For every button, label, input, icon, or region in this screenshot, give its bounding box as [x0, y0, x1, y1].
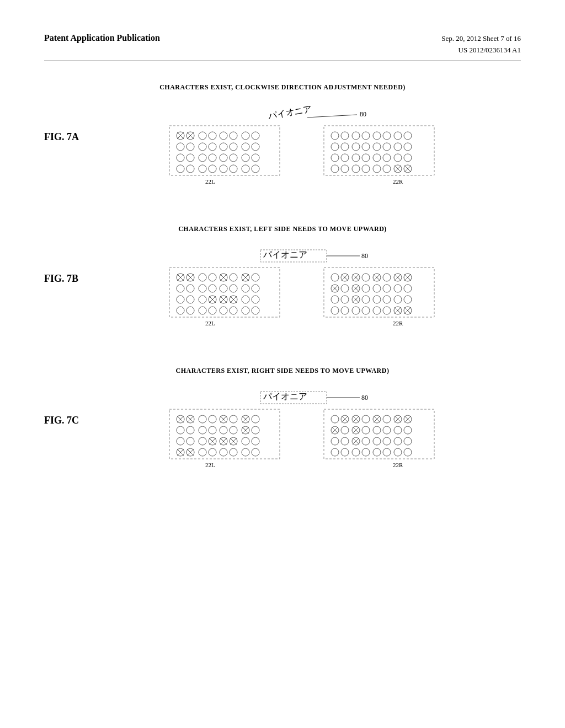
svg-point-81 [209, 274, 216, 281]
svg-point-257 [404, 426, 412, 434]
svg-point-191 [252, 415, 259, 423]
svg-point-193 [186, 426, 194, 434]
fig-7c-right-ref: 22R [393, 462, 403, 468]
svg-point-258 [331, 437, 339, 445]
fig-7b-caption: CHARACTERS EXIST, LEFT SIDE NEEDS TO MOV… [178, 225, 387, 233]
svg-point-228 [331, 415, 339, 423]
svg-point-270 [352, 448, 360, 456]
svg-point-58 [331, 165, 339, 173]
fig-7c-row: FIG. 7C パイオニア 80 [44, 382, 521, 484]
svg-point-268 [331, 448, 339, 456]
svg-point-23 [230, 154, 237, 162]
svg-point-32 [242, 165, 249, 173]
svg-point-30 [220, 165, 227, 173]
svg-point-45 [362, 143, 370, 151]
figures-container: CHARACTERS EXIST, CLOCKWISE DIRECTION AD… [44, 83, 521, 484]
figure-7b-section: CHARACTERS EXIST, LEFT SIDE NEEDS TO MOV… [44, 225, 521, 339]
fig-7c-content: パイオニア 80 [94, 382, 521, 484]
svg-point-239 [383, 415, 391, 423]
svg-point-34 [331, 132, 339, 140]
svg-point-227 [252, 448, 259, 456]
svg-point-272 [373, 448, 381, 456]
svg-point-148 [394, 285, 402, 292]
svg-point-194 [199, 426, 206, 434]
header-info: Sep. 20, 2012 Sheet 7 of 16 US 2012/0236… [441, 33, 521, 56]
svg-point-33 [252, 165, 259, 173]
svg-point-155 [362, 296, 370, 303]
svg-point-249 [341, 426, 349, 434]
svg-point-204 [199, 437, 206, 445]
fig-7c-svg: パイオニア 80 [136, 382, 478, 484]
svg-point-15 [230, 143, 237, 151]
svg-point-267 [404, 437, 412, 445]
svg-point-14 [220, 143, 227, 151]
svg-point-112 [177, 307, 184, 314]
svg-point-255 [383, 426, 391, 434]
svg-point-259 [341, 437, 349, 445]
fig-7a-right-ref: 22R [393, 178, 403, 185]
svg-point-197 [230, 426, 237, 434]
svg-point-20 [199, 154, 206, 162]
svg-point-275 [404, 448, 412, 456]
page-header: Patent Application Publication Sep. 20, … [44, 33, 521, 61]
svg-point-202 [177, 437, 184, 445]
svg-point-274 [394, 448, 402, 456]
svg-point-98 [177, 296, 184, 303]
svg-point-16 [242, 143, 249, 151]
fig-7c-label: FIG. 7C [44, 382, 94, 426]
fig-7b-left-ref: 22L [205, 320, 215, 326]
svg-point-141 [341, 285, 349, 292]
svg-point-97 [252, 285, 259, 292]
fig-7a-right-box [324, 126, 434, 175]
svg-point-40 [394, 132, 402, 140]
fig-7a-caption: CHARACTERS EXIST, CLOCKWISE DIRECTION AD… [159, 83, 406, 92]
svg-point-62 [373, 165, 381, 173]
svg-point-11 [186, 143, 194, 151]
svg-point-118 [242, 307, 249, 314]
svg-point-117 [230, 307, 237, 314]
svg-point-145 [362, 285, 370, 292]
svg-point-89 [252, 274, 259, 281]
svg-point-215 [252, 437, 259, 445]
svg-point-6 [220, 132, 227, 140]
svg-point-116 [220, 307, 227, 314]
svg-point-120 [331, 274, 339, 281]
svg-point-36 [352, 132, 360, 140]
svg-point-110 [242, 296, 249, 303]
svg-point-17 [252, 143, 259, 151]
svg-point-161 [341, 307, 349, 314]
fig-7a-left-ref: 22L [205, 178, 215, 185]
svg-point-187 [230, 415, 237, 423]
svg-point-264 [373, 437, 381, 445]
figure-7c-section: CHARACTERS EXIST, RIGHT SIDE NEEDS TO MO… [44, 367, 521, 484]
svg-point-149 [404, 285, 412, 292]
svg-point-7 [230, 132, 237, 140]
svg-point-10 [177, 143, 184, 151]
svg-point-127 [362, 274, 370, 281]
svg-point-214 [242, 437, 249, 445]
svg-point-47 [383, 143, 391, 151]
svg-point-9 [252, 132, 259, 140]
svg-point-146 [373, 285, 381, 292]
svg-point-164 [373, 307, 381, 314]
svg-point-223 [209, 448, 216, 456]
fig-7b-ref-80: 80 [361, 252, 368, 260]
fig-7b-right-ref: 22R [393, 320, 403, 326]
svg-point-158 [394, 296, 402, 303]
svg-point-39 [383, 132, 391, 140]
svg-point-31 [230, 165, 237, 173]
svg-point-52 [352, 154, 360, 162]
svg-point-19 [186, 154, 194, 162]
svg-point-42 [331, 143, 339, 151]
svg-point-157 [383, 296, 391, 303]
svg-point-63 [383, 165, 391, 173]
svg-point-93 [209, 285, 216, 292]
page: Patent Application Publication Sep. 20, … [0, 0, 565, 728]
svg-point-119 [252, 307, 259, 314]
svg-point-50 [331, 154, 339, 162]
svg-point-54 [373, 154, 381, 162]
svg-point-35 [341, 132, 349, 140]
svg-point-100 [199, 296, 206, 303]
svg-point-99 [186, 296, 194, 303]
svg-point-25 [252, 154, 259, 162]
